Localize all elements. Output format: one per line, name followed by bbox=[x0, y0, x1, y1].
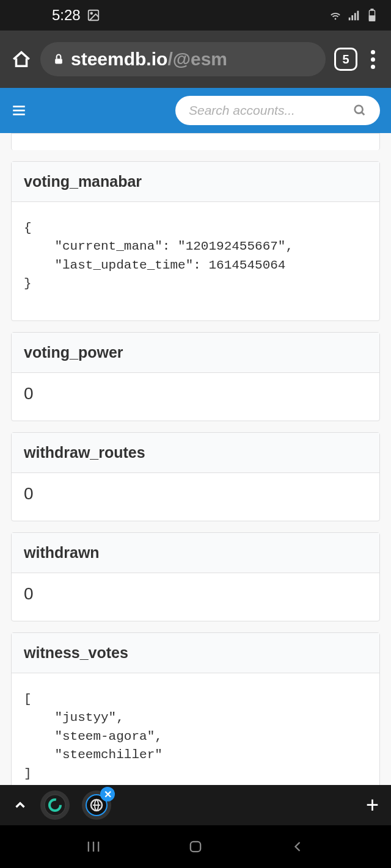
picture-icon bbox=[87, 9, 100, 22]
svg-rect-9 bbox=[55, 59, 62, 63]
tab-count[interactable]: 5 bbox=[334, 48, 357, 71]
url-text: steemdb.io/@esm bbox=[71, 49, 227, 70]
url-bar[interactable]: steemdb.io/@esm bbox=[40, 42, 326, 76]
card-value: 0 bbox=[12, 573, 379, 621]
site-header bbox=[0, 88, 391, 133]
browser-chrome: steemdb.io/@esm 5 bbox=[0, 31, 391, 88]
hamburger-icon[interactable] bbox=[11, 103, 27, 118]
svg-rect-3 bbox=[351, 15, 353, 20]
close-badge-icon[interactable]: ✕ bbox=[100, 787, 115, 801]
bottom-bar: ✕ + bbox=[0, 785, 391, 825]
card-value: 0 bbox=[12, 473, 379, 521]
card-voting-power: voting_power 0 bbox=[11, 332, 380, 421]
tab-circle-2[interactable]: ✕ bbox=[82, 790, 111, 820]
android-nav-bar bbox=[0, 825, 391, 868]
svg-point-13 bbox=[355, 106, 363, 114]
svg-rect-5 bbox=[357, 11, 359, 21]
back-icon[interactable] bbox=[289, 838, 306, 855]
home-nav-icon[interactable] bbox=[187, 838, 204, 855]
svg-rect-4 bbox=[354, 13, 356, 20]
card-spacer bbox=[11, 133, 380, 150]
svg-line-14 bbox=[362, 112, 365, 115]
add-tab-button[interactable]: + bbox=[366, 792, 379, 818]
home-icon[interactable] bbox=[11, 49, 32, 70]
card-witness-votes: witness_votes [ "justyy", "steem-agora",… bbox=[11, 632, 380, 811]
status-bar: 5:28 bbox=[0, 0, 391, 31]
svg-rect-23 bbox=[191, 842, 200, 852]
lock-icon bbox=[53, 53, 65, 65]
search-icon[interactable] bbox=[353, 104, 367, 117]
card-header: witness_votes bbox=[12, 633, 379, 673]
card-withdraw-routes: withdraw_routes 0 bbox=[11, 432, 380, 521]
recents-icon[interactable] bbox=[85, 838, 102, 855]
card-value: 0 bbox=[12, 373, 379, 421]
card-value: { "current_mana": "120192455667", "last_… bbox=[12, 202, 379, 320]
content-area: voting_manabar { "current_mana": "120192… bbox=[0, 133, 391, 811]
svg-rect-8 bbox=[369, 16, 375, 21]
card-header: voting_power bbox=[12, 333, 379, 373]
svg-point-1 bbox=[90, 12, 92, 14]
card-header: withdrawn bbox=[12, 533, 379, 573]
search-box[interactable] bbox=[175, 96, 380, 125]
search-input[interactable] bbox=[189, 103, 353, 118]
svg-rect-7 bbox=[371, 9, 373, 10]
svg-point-15 bbox=[45, 795, 65, 816]
card-withdrawn: withdrawn 0 bbox=[11, 532, 380, 621]
card-voting-manabar: voting_manabar { "current_mana": "120192… bbox=[11, 161, 380, 321]
svg-rect-2 bbox=[349, 18, 351, 21]
signal-icon bbox=[347, 9, 360, 22]
chevron-up-icon[interactable] bbox=[12, 797, 28, 813]
card-header: withdraw_routes bbox=[12, 433, 379, 473]
status-time: 5:28 bbox=[52, 7, 81, 24]
card-header: voting_manabar bbox=[12, 162, 379, 202]
wifi-icon bbox=[329, 9, 342, 22]
battery-icon bbox=[365, 9, 379, 22]
tab-circle-1[interactable] bbox=[40, 790, 70, 820]
menu-dots-icon[interactable] bbox=[366, 50, 380, 69]
